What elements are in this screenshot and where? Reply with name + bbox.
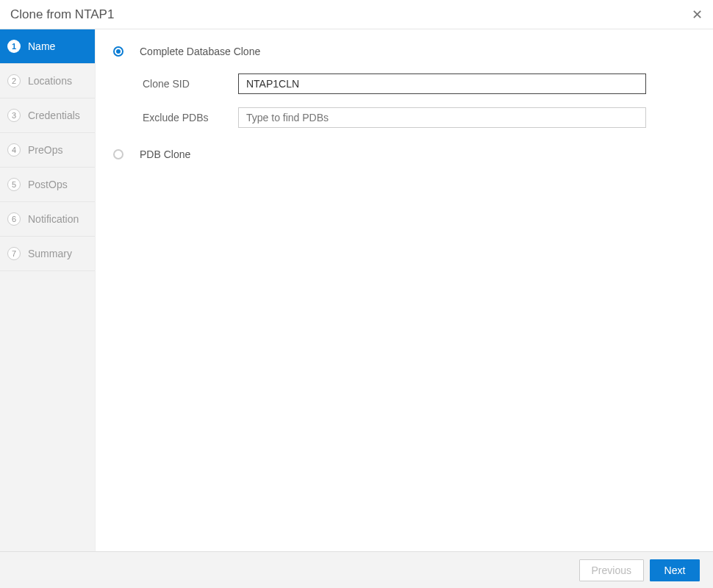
clone-sid-label: Clone SID xyxy=(143,78,238,90)
step-number-icon: 4 xyxy=(7,143,21,157)
step-number-icon: 7 xyxy=(7,247,21,260)
step-label: PreOps xyxy=(28,144,62,156)
step-number-icon: 1 xyxy=(7,40,21,53)
clone-sid-field: Clone SID xyxy=(143,74,695,94)
radio-label: PDB Clone xyxy=(140,148,190,160)
dialog-title: Clone from NTAP1 xyxy=(10,7,114,22)
close-icon[interactable]: ✕ xyxy=(692,8,703,21)
step-credentials[interactable]: 3 Credentials xyxy=(0,98,95,133)
radio-icon[interactable] xyxy=(113,46,123,57)
step-number-icon: 6 xyxy=(7,212,21,226)
step-label: Notification xyxy=(28,213,79,225)
next-button[interactable]: Next xyxy=(650,559,700,581)
step-summary[interactable]: 7 Summary xyxy=(0,237,95,271)
dialog-footer: Previous Next xyxy=(0,551,713,588)
step-name[interactable]: 1 Name xyxy=(0,29,95,64)
step-label: Locations xyxy=(28,75,72,87)
exclude-pdbs-input[interactable] xyxy=(238,107,646,128)
step-number-icon: 2 xyxy=(7,74,21,87)
wizard-content: Complete Database Clone Clone SID Exclud… xyxy=(96,29,713,551)
step-label: Summary xyxy=(28,248,72,259)
step-label: PostOps xyxy=(28,179,68,190)
radio-label: Complete Database Clone xyxy=(140,46,260,57)
exclude-pdbs-label: Exclude PDBs xyxy=(143,112,238,123)
step-preops[interactable]: 4 PreOps xyxy=(0,133,95,168)
clone-sid-input[interactable] xyxy=(238,74,646,94)
wizard-sidebar: 1 Name 2 Locations 3 Credentials 4 PreOp… xyxy=(0,29,96,551)
clone-type-pdb[interactable]: PDB Clone xyxy=(113,148,695,160)
clone-type-complete[interactable]: Complete Database Clone xyxy=(113,46,695,57)
step-locations[interactable]: 2 Locations xyxy=(0,64,95,98)
step-number-icon: 3 xyxy=(7,109,21,122)
step-notification[interactable]: 6 Notification xyxy=(0,202,95,237)
radio-icon[interactable] xyxy=(113,149,123,159)
step-postops[interactable]: 5 PostOps xyxy=(0,168,95,202)
step-label: Credentials xyxy=(28,110,80,121)
exclude-pdbs-field: Exclude PDBs xyxy=(143,107,695,128)
dialog-header: Clone from NTAP1 ✕ xyxy=(0,0,713,29)
previous-button[interactable]: Previous xyxy=(579,559,644,581)
step-number-icon: 5 xyxy=(7,178,21,191)
step-label: Name xyxy=(28,40,55,52)
